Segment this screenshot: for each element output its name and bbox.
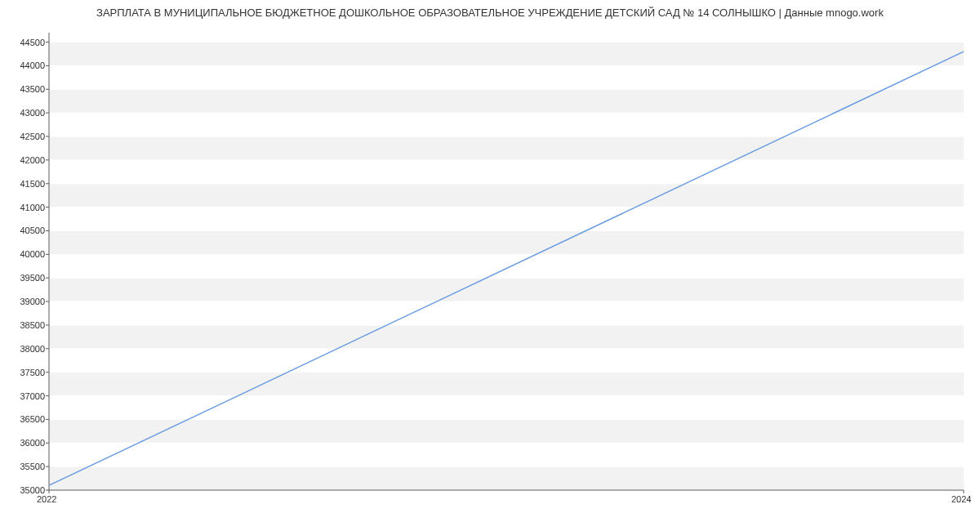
- y-tick-label: 36000: [20, 438, 45, 448]
- y-tick-label: 37500: [20, 368, 45, 377]
- svg-rect-2: [49, 419, 964, 443]
- y-tick-label: 40500: [20, 225, 45, 235]
- y-tick-label: 42000: [20, 155, 45, 165]
- y-tick-label: 38000: [20, 344, 45, 354]
- svg-rect-17: [49, 65, 964, 89]
- svg-rect-5: [49, 349, 964, 373]
- y-tick-label: 37000: [20, 391, 45, 401]
- x-tick-label: 2022: [37, 494, 56, 504]
- svg-rect-14: [49, 136, 964, 160]
- y-tick-label: 43000: [20, 108, 45, 118]
- svg-rect-3: [49, 396, 964, 420]
- svg-rect-11: [49, 207, 964, 231]
- y-tick-label: 40000: [20, 249, 45, 259]
- svg-rect-19: [49, 33, 964, 42]
- y-tick-label: 36500: [20, 414, 45, 424]
- y-tick-label: 39500: [20, 273, 45, 283]
- chart-container: ЗАРПЛАТА В МУНИЦИПАЛЬНОЕ БЮДЖЕТНОЕ ДОШКО…: [0, 0, 980, 531]
- svg-rect-16: [49, 89, 964, 113]
- svg-rect-9: [49, 254, 964, 278]
- svg-rect-4: [49, 373, 964, 396]
- y-tick-label: 39000: [20, 297, 45, 306]
- svg-rect-18: [49, 42, 964, 66]
- y-tick-label: 42500: [20, 132, 45, 141]
- y-tick-label: 44000: [20, 60, 45, 70]
- svg-rect-12: [49, 184, 964, 207]
- svg-rect-6: [49, 325, 964, 349]
- svg-rect-7: [49, 301, 964, 325]
- svg-rect-13: [49, 160, 964, 184]
- svg-rect-1: [49, 443, 964, 466]
- y-tick-label: 44500: [20, 38, 45, 47]
- y-tick-label: 41000: [20, 203, 45, 212]
- y-tick-label: 41500: [20, 179, 45, 189]
- chart-title: ЗАРПЛАТА В МУНИЦИПАЛЬНОЕ БЮДЖЕТНОЕ ДОШКО…: [0, 7, 980, 19]
- chart-plot-area: [49, 33, 964, 490]
- svg-rect-10: [49, 230, 964, 254]
- svg-rect-0: [49, 466, 964, 490]
- svg-rect-8: [49, 278, 964, 301]
- x-tick-label: 2024: [951, 494, 971, 504]
- y-tick-label: 35500: [20, 462, 45, 471]
- y-tick-label: 43500: [20, 84, 45, 94]
- y-tick-label: 38500: [20, 320, 45, 330]
